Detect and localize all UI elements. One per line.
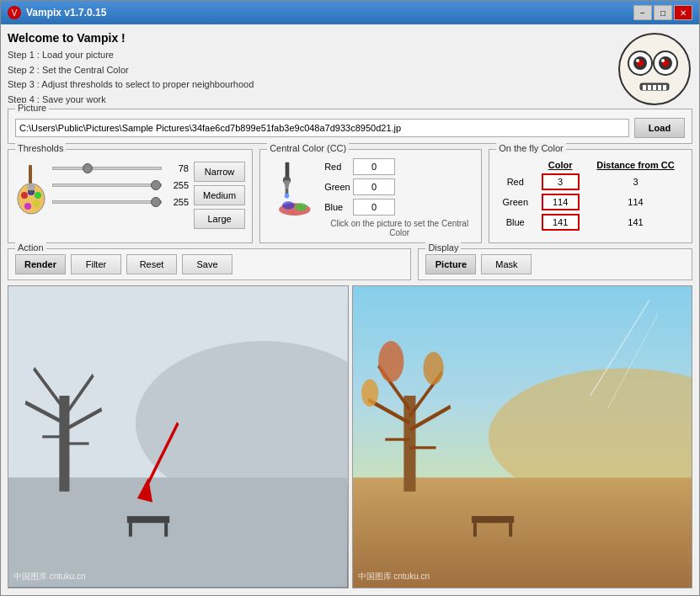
threshold-value-2: 255 bbox=[165, 180, 189, 190]
otf-red-row: Red 3 bbox=[496, 172, 685, 192]
svg-point-4 bbox=[636, 59, 639, 62]
svg-point-30 bbox=[282, 202, 295, 210]
image-bw: 中国图库 cntuku.cn bbox=[8, 286, 348, 588]
load-button[interactable]: Load bbox=[634, 118, 685, 138]
otf-blue-input[interactable] bbox=[542, 214, 580, 231]
image-panel-left[interactable]: 中国图库 cntuku.cn bbox=[8, 285, 349, 588]
display-label: Display bbox=[425, 242, 461, 253]
picture-button[interactable]: Picture bbox=[425, 254, 476, 274]
cc-green-input[interactable] bbox=[353, 178, 395, 195]
svg-rect-13 bbox=[658, 85, 661, 90]
picture-group: Picture Load bbox=[8, 109, 692, 144]
welcome-heading: Welcome to Vampix ! bbox=[8, 31, 254, 45]
cc-inner: Red Green Blue Click on the picture bbox=[267, 158, 474, 237]
otf-blue-label: Blue bbox=[496, 212, 534, 232]
threshold-slider-1[interactable] bbox=[52, 167, 162, 170]
svg-marker-22 bbox=[27, 184, 35, 190]
app-icon: V bbox=[8, 6, 21, 19]
svg-point-28 bbox=[284, 194, 289, 199]
filter-button[interactable]: Filter bbox=[71, 254, 121, 274]
narrow-button[interactable]: Narrow bbox=[194, 162, 245, 182]
otf-blue-row: Blue 141 bbox=[496, 212, 685, 232]
threshold-buttons: Narrow Medium Large bbox=[194, 158, 245, 229]
window-title: Vampix v1.7.0.15 bbox=[26, 7, 106, 19]
image-panel-right[interactable]: 中国图库 cntuku.cn bbox=[352, 285, 693, 588]
otf-col-color: Color bbox=[534, 158, 586, 172]
threshold-slider-2[interactable] bbox=[52, 184, 162, 187]
thresholds-group: Thresholds bbox=[8, 149, 253, 243]
action-group: Action Render Filter Reset Save bbox=[8, 248, 411, 280]
svg-point-20 bbox=[24, 203, 31, 210]
minimize-button[interactable]: − bbox=[633, 5, 652, 20]
threshold-slider-3[interactable] bbox=[52, 200, 162, 204]
render-button[interactable]: Render bbox=[15, 254, 66, 274]
central-color-label: Central Color (CC) bbox=[267, 143, 349, 153]
svg-rect-60 bbox=[471, 516, 513, 523]
svg-marker-26 bbox=[283, 181, 289, 189]
cc-red-input[interactable] bbox=[353, 158, 395, 175]
svg-rect-14 bbox=[663, 85, 666, 90]
close-button[interactable]: ✕ bbox=[674, 5, 692, 20]
cc-blue-label: Blue bbox=[324, 202, 350, 212]
svg-point-59 bbox=[361, 380, 378, 407]
svg-rect-44 bbox=[164, 524, 168, 537]
title-bar-left: V Vampix v1.7.0.15 bbox=[8, 6, 106, 19]
window-controls: − □ ✕ bbox=[633, 5, 692, 20]
slider-row-1: 78 bbox=[52, 163, 189, 173]
otf-green-label: Green bbox=[496, 192, 534, 212]
reset-button[interactable]: Reset bbox=[126, 254, 177, 274]
medium-button[interactable]: Medium bbox=[194, 185, 245, 205]
svg-point-57 bbox=[378, 341, 403, 382]
svg-rect-12 bbox=[653, 85, 656, 90]
svg-point-8 bbox=[661, 59, 665, 62]
maximize-button[interactable]: □ bbox=[654, 5, 672, 20]
otf-green-distance: 114 bbox=[586, 192, 685, 212]
svg-rect-27 bbox=[285, 189, 288, 194]
svg-point-16 bbox=[21, 192, 28, 199]
threshold-value-3: 255 bbox=[165, 197, 189, 207]
cc-red-row: Red bbox=[324, 158, 474, 175]
action-display-row: Action Render Filter Reset Save Display … bbox=[8, 248, 692, 280]
svg-rect-10 bbox=[643, 85, 646, 90]
otf-table: Color Distance from CC Red 3 Green bbox=[496, 158, 685, 232]
save-button[interactable]: Save bbox=[182, 254, 232, 274]
otf-red-input[interactable] bbox=[542, 173, 580, 190]
threshold-value-1: 78 bbox=[165, 163, 189, 173]
left-watermark: 中国图库 cntuku.cn bbox=[13, 571, 86, 583]
svg-rect-62 bbox=[509, 524, 512, 537]
otf-blue-distance: 141 bbox=[586, 212, 685, 232]
central-color-group: Central Color (CC) bbox=[259, 149, 482, 243]
cc-green-row: Green bbox=[324, 178, 474, 195]
svg-rect-11 bbox=[648, 85, 651, 90]
cc-red-label: Red bbox=[324, 162, 350, 172]
file-path-input[interactable] bbox=[15, 119, 629, 137]
svg-rect-21 bbox=[29, 165, 32, 184]
large-button[interactable]: Large bbox=[194, 209, 245, 229]
otf-col-name bbox=[496, 158, 534, 172]
controls-row: Thresholds bbox=[8, 149, 692, 243]
svg-rect-61 bbox=[473, 524, 476, 537]
svg-rect-42 bbox=[127, 516, 169, 523]
main-window: V Vampix v1.7.0.15 − □ ✕ Welcome to Vamp… bbox=[0, 0, 700, 596]
cc-icons bbox=[267, 158, 318, 217]
on-the-fly-label: On the fly Color bbox=[496, 143, 565, 153]
display-group: Display Picture Mask bbox=[418, 248, 692, 280]
step1: Step 1 : Load your picture bbox=[8, 48, 254, 63]
svg-point-18 bbox=[35, 192, 41, 199]
welcome-text: Welcome to Vampix ! Step 1 : Load your p… bbox=[8, 31, 254, 107]
otf-green-input[interactable] bbox=[542, 194, 580, 210]
picture-row: Load bbox=[15, 118, 685, 138]
image-color: 中国图库 cntuku.cn bbox=[353, 286, 692, 588]
picture-label: Picture bbox=[15, 103, 49, 113]
mask-button[interactable]: Mask bbox=[481, 254, 532, 274]
cc-green-label: Green bbox=[324, 182, 350, 192]
thresholds-icon bbox=[15, 158, 47, 217]
otf-red-label: Red bbox=[496, 172, 534, 192]
svg-point-19 bbox=[33, 200, 40, 207]
title-bar: V Vampix v1.7.0.15 − □ ✕ bbox=[1, 1, 699, 24]
cc-blue-input[interactable] bbox=[353, 199, 395, 216]
thresholds-label: Thresholds bbox=[15, 143, 66, 153]
otf-red-distance: 3 bbox=[586, 172, 685, 192]
svg-rect-43 bbox=[129, 524, 132, 537]
svg-point-58 bbox=[423, 352, 443, 385]
